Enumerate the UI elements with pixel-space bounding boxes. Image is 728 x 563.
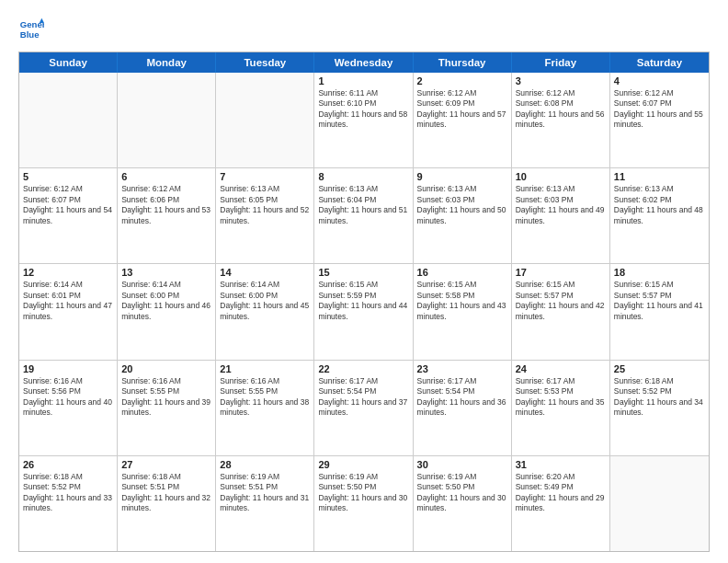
cal-cell: 6Sunrise: 6:12 AMSunset: 6:06 PMDaylight… — [118, 168, 216, 263]
day-number: 1 — [318, 75, 408, 86]
calendar-body: 1Sunrise: 6:11 AMSunset: 6:10 PMDaylight… — [19, 73, 709, 551]
day-info: Sunrise: 6:14 AMSunset: 6:00 PMDaylight:… — [121, 280, 211, 322]
day-info: Sunrise: 6:18 AMSunset: 5:51 PMDaylight:… — [121, 472, 211, 514]
cal-cell: 20Sunrise: 6:16 AMSunset: 5:55 PMDayligh… — [118, 361, 216, 455]
cal-cell: 21Sunrise: 6:16 AMSunset: 5:55 PMDayligh… — [216, 361, 314, 455]
cal-cell: 27Sunrise: 6:18 AMSunset: 5:51 PMDayligh… — [118, 456, 216, 551]
cal-cell — [610, 456, 709, 551]
cal-cell: 30Sunrise: 6:19 AMSunset: 5:50 PMDayligh… — [414, 456, 512, 551]
day-info: Sunrise: 6:17 AMSunset: 5:53 PMDaylight:… — [516, 376, 606, 419]
day-number: 17 — [516, 267, 606, 278]
day-info: Sunrise: 6:19 AMSunset: 5:50 PMDaylight:… — [417, 472, 507, 514]
day-info: Sunrise: 6:15 AMSunset: 5:58 PMDaylight:… — [417, 280, 507, 322]
svg-text:Blue: Blue — [20, 29, 40, 40]
day-number: 12 — [23, 267, 113, 278]
day-info: Sunrise: 6:17 AMSunset: 5:54 PMDaylight:… — [318, 376, 408, 419]
day-info: Sunrise: 6:17 AMSunset: 5:54 PMDaylight:… — [417, 376, 507, 419]
day-info: Sunrise: 6:18 AMSunset: 5:52 PMDaylight:… — [23, 472, 113, 514]
cal-cell: 9Sunrise: 6:13 AMSunset: 6:03 PMDaylight… — [414, 168, 512, 263]
day-info: Sunrise: 6:12 AMSunset: 6:07 PMDaylight:… — [614, 88, 705, 131]
day-info: Sunrise: 6:13 AMSunset: 6:02 PMDaylight:… — [614, 184, 705, 226]
day-number: 11 — [614, 171, 705, 182]
day-info: Sunrise: 6:12 AMSunset: 6:06 PMDaylight:… — [121, 184, 211, 226]
week-row-3: 12Sunrise: 6:14 AMSunset: 6:01 PMDayligh… — [19, 264, 709, 360]
header-day-sunday: Sunday — [19, 52, 118, 73]
cal-cell: 11Sunrise: 6:13 AMSunset: 6:02 PMDayligh… — [610, 168, 709, 263]
day-info: Sunrise: 6:16 AMSunset: 5:55 PMDaylight:… — [220, 376, 310, 419]
week-row-4: 19Sunrise: 6:16 AMSunset: 5:56 PMDayligh… — [19, 361, 709, 456]
cal-cell: 5Sunrise: 6:12 AMSunset: 6:07 PMDaylight… — [19, 168, 118, 263]
cal-cell: 22Sunrise: 6:17 AMSunset: 5:54 PMDayligh… — [314, 361, 413, 455]
day-number: 7 — [220, 171, 310, 182]
day-info: Sunrise: 6:14 AMSunset: 6:01 PMDaylight:… — [23, 280, 113, 322]
cal-cell: 31Sunrise: 6:20 AMSunset: 5:49 PMDayligh… — [512, 456, 610, 551]
calendar: SundayMondayTuesdayWednesdayThursdayFrid… — [18, 52, 710, 552]
day-number: 22 — [318, 363, 408, 374]
header: General Blue — [18, 17, 710, 42]
cal-cell: 23Sunrise: 6:17 AMSunset: 5:54 PMDayligh… — [414, 361, 512, 455]
header-day-wednesday: Wednesday — [314, 52, 413, 73]
logo-icon: General Blue — [18, 17, 44, 42]
day-info: Sunrise: 6:12 AMSunset: 6:09 PMDaylight:… — [417, 88, 507, 131]
week-row-5: 26Sunrise: 6:18 AMSunset: 5:52 PMDayligh… — [19, 456, 709, 551]
cal-cell: 25Sunrise: 6:18 AMSunset: 5:52 PMDayligh… — [610, 361, 709, 455]
header-day-monday: Monday — [118, 52, 216, 73]
day-info: Sunrise: 6:15 AMSunset: 5:57 PMDaylight:… — [516, 280, 606, 322]
day-info: Sunrise: 6:14 AMSunset: 6:00 PMDaylight:… — [220, 280, 310, 322]
header-day-saturday: Saturday — [610, 52, 709, 73]
day-number: 19 — [23, 363, 113, 374]
cal-cell: 26Sunrise: 6:18 AMSunset: 5:52 PMDayligh… — [19, 456, 118, 551]
day-number: 10 — [516, 171, 606, 182]
day-number: 2 — [417, 75, 507, 86]
day-number: 15 — [318, 267, 408, 278]
cal-cell: 2Sunrise: 6:12 AMSunset: 6:09 PMDaylight… — [414, 73, 512, 167]
day-number: 25 — [614, 363, 705, 374]
day-number: 21 — [220, 363, 310, 374]
cal-cell: 4Sunrise: 6:12 AMSunset: 6:07 PMDaylight… — [610, 73, 709, 167]
day-number: 20 — [121, 363, 211, 374]
day-info: Sunrise: 6:16 AMSunset: 5:55 PMDaylight:… — [121, 376, 211, 419]
cal-cell: 18Sunrise: 6:15 AMSunset: 5:57 PMDayligh… — [610, 264, 709, 359]
day-number: 5 — [23, 171, 113, 182]
cal-cell: 16Sunrise: 6:15 AMSunset: 5:58 PMDayligh… — [414, 264, 512, 359]
day-number: 31 — [516, 459, 606, 470]
cal-cell: 7Sunrise: 6:13 AMSunset: 6:05 PMDaylight… — [216, 168, 314, 263]
logo: General Blue — [18, 17, 44, 42]
cal-cell: 29Sunrise: 6:19 AMSunset: 5:50 PMDayligh… — [314, 456, 413, 551]
day-number: 27 — [121, 459, 211, 470]
day-info: Sunrise: 6:16 AMSunset: 5:56 PMDaylight:… — [23, 376, 113, 419]
day-number: 6 — [121, 171, 211, 182]
cal-cell: 19Sunrise: 6:16 AMSunset: 5:56 PMDayligh… — [19, 361, 118, 455]
cal-cell: 14Sunrise: 6:14 AMSunset: 6:00 PMDayligh… — [216, 264, 314, 359]
cal-cell: 3Sunrise: 6:12 AMSunset: 6:08 PMDaylight… — [512, 73, 610, 167]
day-info: Sunrise: 6:13 AMSunset: 6:04 PMDaylight:… — [318, 184, 408, 226]
day-number: 30 — [417, 459, 507, 470]
day-info: Sunrise: 6:15 AMSunset: 5:57 PMDaylight:… — [614, 280, 705, 322]
day-number: 16 — [417, 267, 507, 278]
header-day-thursday: Thursday — [414, 52, 512, 73]
day-number: 8 — [318, 171, 408, 182]
cal-cell: 24Sunrise: 6:17 AMSunset: 5:53 PMDayligh… — [512, 361, 610, 455]
day-info: Sunrise: 6:12 AMSunset: 6:07 PMDaylight:… — [23, 184, 113, 226]
header-day-friday: Friday — [512, 52, 610, 73]
cal-cell: 13Sunrise: 6:14 AMSunset: 6:00 PMDayligh… — [118, 264, 216, 359]
day-info: Sunrise: 6:11 AMSunset: 6:10 PMDaylight:… — [318, 88, 408, 131]
cal-cell: 17Sunrise: 6:15 AMSunset: 5:57 PMDayligh… — [512, 264, 610, 359]
day-number: 4 — [614, 75, 705, 86]
cal-cell: 28Sunrise: 6:19 AMSunset: 5:51 PMDayligh… — [216, 456, 314, 551]
cal-cell — [118, 73, 216, 167]
day-number: 18 — [614, 267, 705, 278]
day-info: Sunrise: 6:15 AMSunset: 5:59 PMDaylight:… — [318, 280, 408, 322]
day-info: Sunrise: 6:13 AMSunset: 6:03 PMDaylight:… — [417, 184, 507, 226]
header-day-tuesday: Tuesday — [216, 52, 314, 73]
week-row-2: 5Sunrise: 6:12 AMSunset: 6:07 PMDaylight… — [19, 168, 709, 264]
day-number: 3 — [516, 75, 606, 86]
week-row-1: 1Sunrise: 6:11 AMSunset: 6:10 PMDaylight… — [19, 73, 709, 168]
day-info: Sunrise: 6:20 AMSunset: 5:49 PMDaylight:… — [516, 472, 606, 514]
calendar-header: SundayMondayTuesdayWednesdayThursdayFrid… — [19, 52, 709, 73]
cal-cell: 10Sunrise: 6:13 AMSunset: 6:03 PMDayligh… — [512, 168, 610, 263]
cal-cell: 1Sunrise: 6:11 AMSunset: 6:10 PMDaylight… — [314, 73, 413, 167]
day-info: Sunrise: 6:13 AMSunset: 6:03 PMDaylight:… — [516, 184, 606, 226]
day-info: Sunrise: 6:19 AMSunset: 5:51 PMDaylight:… — [220, 472, 310, 514]
day-info: Sunrise: 6:12 AMSunset: 6:08 PMDaylight:… — [516, 88, 606, 131]
